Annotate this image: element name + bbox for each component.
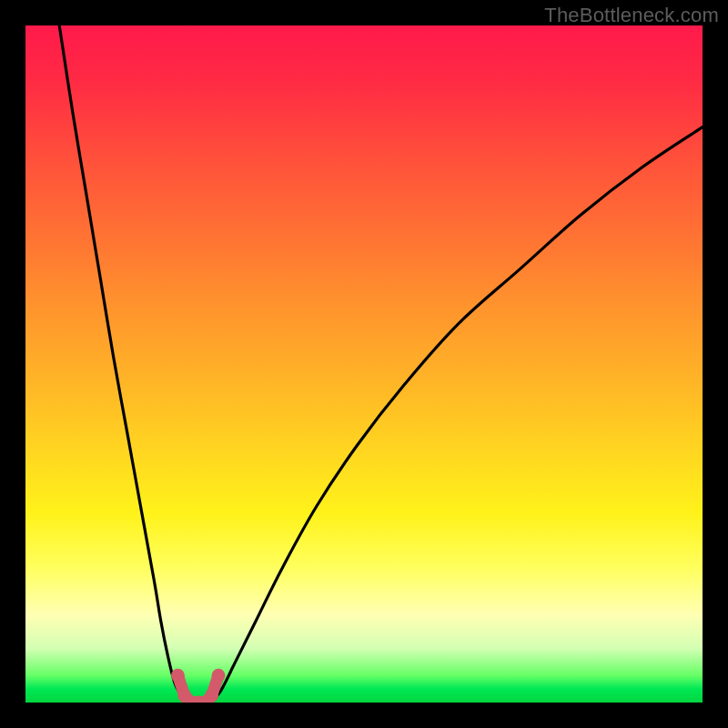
curve-layer xyxy=(25,25,703,703)
bottom-marker-dot xyxy=(205,689,218,703)
curve-left-branch xyxy=(59,25,185,703)
bottom-marker-dot xyxy=(171,669,185,682)
bottom-marker-group xyxy=(171,669,226,703)
plot-area xyxy=(25,25,703,703)
bottom-marker-dot xyxy=(212,669,226,682)
watermark-text: TheBottleneck.com xyxy=(544,4,719,27)
curve-right-branch xyxy=(212,127,703,703)
chart-frame: TheBottleneck.com xyxy=(0,0,728,728)
